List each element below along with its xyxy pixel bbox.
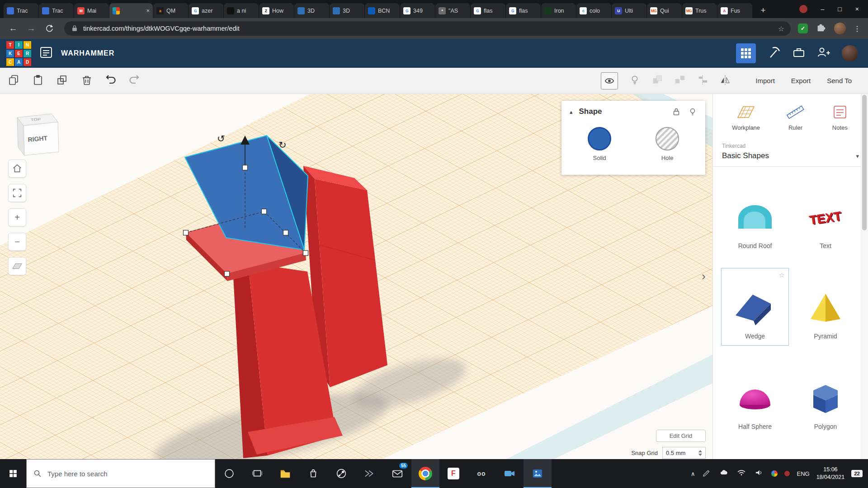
forward-button[interactable]: → — [24, 21, 39, 36]
delete-button[interactable] — [80, 74, 93, 88]
tray-expand-icon[interactable]: ∧ — [691, 470, 695, 477]
dashboard-grid-button[interactable] — [736, 43, 756, 63]
add-user-icon[interactable] — [816, 46, 831, 61]
grammar-extension-icon[interactable]: ✓ — [798, 23, 808, 33]
design-menu-icon[interactable] — [39, 46, 53, 61]
tab-close-icon[interactable]: × — [146, 7, 150, 14]
ungroup-button[interactable] — [674, 74, 686, 88]
snap-grid-select[interactable]: 0.5 mm — [662, 447, 706, 459]
new-tab-button[interactable]: + — [756, 4, 770, 17]
group-button[interactable] — [651, 74, 663, 88]
view-cube[interactable]: TOP RIGHT — [17, 114, 59, 155]
browser-tab[interactable]: M Mai — [74, 3, 109, 18]
hole-option[interactable]: Hole — [656, 127, 679, 161]
browser-tab[interactable]: * "AS — [435, 3, 470, 18]
favorite-star-icon[interactable]: ☆ — [779, 271, 785, 279]
user-avatar[interactable] — [842, 45, 858, 61]
volume-tray-icon[interactable] — [754, 468, 764, 479]
hole-swatch-icon[interactable] — [656, 127, 679, 150]
paste-button[interactable] — [32, 74, 44, 88]
wifi-tray-icon[interactable] — [736, 468, 747, 479]
task-view-button[interactable] — [243, 459, 271, 488]
shape-card-polygon[interactable]: Polygon — [792, 358, 859, 436]
notes-tool[interactable]: Notes — [831, 104, 849, 131]
shape-card-wedge[interactable]: ☆ Wedge — [721, 268, 789, 346]
zoom-out-button[interactable]: − — [8, 233, 26, 251]
duplicate-button[interactable] — [56, 74, 69, 88]
url-text[interactable]: tinkercad.com/things/dtkWOGVCgqe-warhamm… — [83, 25, 774, 32]
browser-tab[interactable]: G flas — [506, 3, 541, 18]
minecraft-pickaxe-icon[interactable] — [767, 45, 781, 61]
shape-card-text[interactable]: TEXT TEXT Text — [792, 178, 859, 255]
browser-tab[interactable]: BCN — [365, 3, 400, 18]
browser-tab[interactable]: G flas — [471, 3, 505, 18]
browser-tab[interactable]: 3D — [330, 3, 364, 18]
browser-tab[interactable]: G 349 — [400, 3, 435, 18]
scrollbar-thumb[interactable] — [862, 95, 867, 230]
fit-view-button[interactable] — [8, 184, 26, 202]
steam-button[interactable] — [327, 459, 355, 488]
align-button[interactable] — [697, 74, 708, 88]
browser-tab[interactable]: MG Trus — [682, 3, 717, 18]
window-close-button[interactable]: × — [855, 5, 859, 13]
lightbulb-icon[interactable] — [688, 107, 697, 116]
shape-card-round-roof[interactable]: Round Roof — [721, 178, 789, 255]
shape-category-dropdown[interactable]: Basic Shapes ▾ — [713, 149, 868, 167]
solid-option[interactable]: Solid — [588, 127, 611, 161]
browser-tab[interactable]: MG Qui — [647, 3, 682, 18]
browser-menu-kebab-icon[interactable]: ⋮ — [854, 24, 861, 33]
3d-viewport[interactable]: ↺ ↻ TOP R — [0, 94, 712, 459]
start-button[interactable] — [0, 459, 26, 488]
browser-tab[interactable]: Trac — [39, 3, 74, 18]
mail-button[interactable]: 55 — [383, 459, 411, 488]
browser-tab[interactable]: × — [109, 3, 153, 18]
view-cube-top-label[interactable]: TOP — [30, 117, 41, 122]
browser-tab[interactable]: Iron — [541, 3, 576, 18]
collapse-sidebar-handle[interactable]: › — [702, 269, 706, 283]
sidebar-scrollbar[interactable] — [861, 94, 868, 459]
show-hide-button[interactable] — [601, 72, 618, 89]
collapse-panel-icon[interactable]: ▴ — [570, 108, 573, 115]
onedrive-cloud-icon[interactable] — [718, 468, 729, 479]
language-indicator[interactable]: ENG — [797, 470, 809, 477]
export-button[interactable]: Export — [791, 77, 811, 84]
file-explorer-button[interactable] — [271, 459, 299, 488]
back-button[interactable]: ← — [5, 21, 21, 36]
import-button[interactable]: Import — [755, 77, 775, 84]
ruler-tool[interactable]: Ruler — [785, 104, 805, 131]
lock-icon[interactable] — [672, 107, 681, 116]
solid-swatch-icon[interactable] — [588, 127, 611, 150]
browser-tab[interactable]: Trac — [4, 3, 38, 18]
flashprint-button[interactable]: F — [439, 459, 467, 488]
send-to-button[interactable]: Send To — [827, 77, 852, 84]
bookmark-star-icon[interactable]: ☆ — [778, 24, 784, 33]
copy-button[interactable] — [7, 74, 20, 88]
browser-tab[interactable]: A Fus — [717, 3, 752, 18]
notification-count-badge[interactable]: 22 — [851, 470, 863, 477]
spinner-arrows-icon[interactable] — [698, 450, 702, 456]
window-minimize-button[interactable]: – — [821, 5, 825, 13]
browser-tab[interactable]: 3D — [294, 3, 329, 18]
lightbulb-button[interactable] — [629, 74, 641, 88]
pen-tray-icon[interactable] — [702, 468, 712, 479]
refresh-button[interactable] — [42, 21, 57, 36]
taskbar-clock[interactable]: 15:06 18/04/2021 — [816, 466, 845, 481]
browser-tab[interactable]: Z How — [259, 3, 294, 18]
briefcase-icon[interactable] — [792, 46, 806, 61]
browser-tab[interactable]: c colo — [576, 3, 611, 18]
mirror-button[interactable] — [719, 74, 731, 88]
perspective-toggle-button[interactable] — [8, 257, 26, 275]
design-title[interactable]: WARHAMMER — [61, 49, 114, 57]
photos-app-button[interactable] — [524, 459, 552, 488]
browser-tab[interactable]: U Ulti — [612, 3, 646, 18]
camera-app-button[interactable] — [495, 459, 524, 488]
browser-tab[interactable]: G azer — [189, 3, 223, 18]
status-dot-tray-icon[interactable] — [784, 471, 790, 476]
rotate-handle[interactable]: ↻ — [278, 140, 287, 150]
goggles-app-button[interactable]: oo — [467, 459, 495, 488]
shape-card-pyramid[interactable]: Pyramid — [792, 268, 859, 346]
rotate-handle[interactable]: ↺ — [217, 133, 225, 144]
tinkercad-logo[interactable]: T I N K E R C A D — [6, 41, 31, 66]
browser-tab[interactable]: a ni — [224, 3, 259, 18]
microsoft-store-button[interactable] — [299, 459, 327, 488]
